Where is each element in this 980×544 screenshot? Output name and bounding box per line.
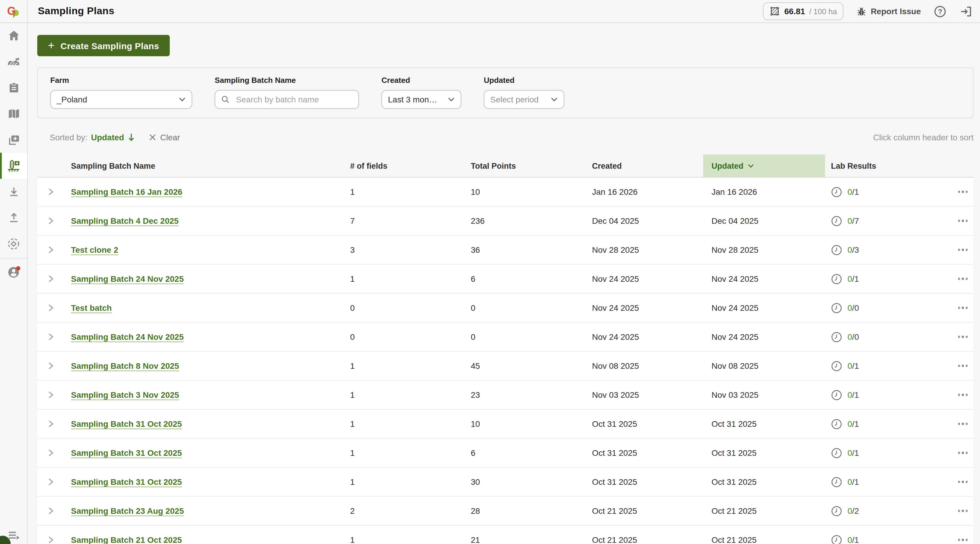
row-menu-button[interactable] <box>957 305 969 311</box>
chevron-right-icon <box>48 217 54 225</box>
total-points: 6 <box>471 448 592 458</box>
batch-name-link[interactable]: Sampling Batch 24 Nov 2025 <box>71 274 184 284</box>
updated-date: Jan 16 2026 <box>703 187 825 196</box>
app-logo[interactable]: G <box>0 0 28 22</box>
row-menu-button[interactable] <box>957 421 969 428</box>
row-menu-button[interactable] <box>957 276 969 282</box>
sidebar-item-settings-sync[interactable] <box>0 231 27 257</box>
created-select[interactable]: Last 3 mon… <box>382 90 461 109</box>
lab-results-cell: 0/1 <box>825 447 952 458</box>
column-header-lab-results[interactable]: Lab Results <box>825 161 952 170</box>
expand-row-button[interactable] <box>37 188 64 196</box>
fields-count: 1 <box>350 535 471 544</box>
expand-row-button[interactable] <box>37 449 64 457</box>
expand-row-button[interactable] <box>37 478 64 486</box>
batch-name-search[interactable] <box>215 90 359 109</box>
chevron-right-icon <box>48 362 54 370</box>
batch-name-label: Sampling Batch Name <box>215 76 359 85</box>
report-issue-button[interactable]: Report Issue <box>856 6 921 16</box>
row-menu-button[interactable] <box>957 333 969 340</box>
row-menu-button[interactable] <box>957 362 969 369</box>
sidebar-item-fields[interactable] <box>0 49 27 75</box>
topbar-actions: 66.81 / 100 ha Report Issue ? <box>763 2 980 20</box>
column-header-created[interactable]: Created <box>592 161 703 170</box>
total-points: 10 <box>471 187 592 196</box>
column-header-points[interactable]: Total Points <box>471 161 592 170</box>
batch-name-link[interactable]: Sampling Batch 21 Oct 2025 <box>71 535 182 544</box>
expand-row-button[interactable] <box>37 274 64 283</box>
logout-button[interactable] <box>959 5 972 18</box>
created-date: Nov 24 2025 <box>592 274 703 284</box>
create-sampling-plans-button[interactable]: + Create Sampling Plans <box>37 35 170 56</box>
sidebar-item-create-map[interactable] <box>0 127 27 153</box>
clock-icon <box>831 360 842 372</box>
column-header-batch-name[interactable]: Sampling Batch Name <box>64 161 350 170</box>
total-points: 6 <box>471 274 592 284</box>
sidebar-item-map[interactable] <box>0 101 27 127</box>
clear-sort-button[interactable]: Clear <box>149 132 180 142</box>
row-menu-button[interactable] <box>957 450 969 456</box>
clock-icon <box>831 418 842 429</box>
updated-date: Oct 31 2025 <box>703 448 825 458</box>
row-menu-button[interactable] <box>957 247 969 254</box>
batch-name-link[interactable]: Test batch <box>71 303 112 313</box>
expand-row-button[interactable] <box>37 536 64 544</box>
expand-row-button[interactable] <box>37 391 64 399</box>
batch-name-search-input[interactable] <box>235 94 353 105</box>
lab-results-cell: 0/1 <box>825 186 952 198</box>
expand-row-button[interactable] <box>37 507 64 515</box>
total-points: 23 <box>471 390 592 400</box>
expand-row-button[interactable] <box>37 333 64 341</box>
upload-icon <box>7 211 21 225</box>
expand-row-button[interactable] <box>37 362 64 370</box>
expand-row-button[interactable] <box>37 304 64 312</box>
row-menu-button[interactable] <box>957 507 969 514</box>
column-header-updated[interactable]: Updated <box>703 155 825 177</box>
row-menu-button[interactable] <box>957 217 969 224</box>
expand-row-button[interactable] <box>37 246 64 254</box>
chevron-right-icon <box>48 478 54 486</box>
chevron-right-icon <box>48 507 54 515</box>
clock-icon <box>831 476 842 488</box>
chevron-right-icon <box>48 536 54 544</box>
farm-select[interactable]: _Poland <box>50 90 192 109</box>
expand-row-button[interactable] <box>37 217 64 225</box>
batch-name-link[interactable]: Sampling Batch 31 Oct 2025 <box>71 419 182 429</box>
area-usage-badge[interactable]: 66.81 / 100 ha <box>763 2 843 20</box>
sidebar-item-home[interactable] <box>0 22 27 49</box>
row-menu-button[interactable] <box>957 188 969 195</box>
batch-name-link[interactable]: Sampling Batch 4 Dec 2025 <box>71 216 178 225</box>
batch-name-link[interactable]: Sampling Batch 31 Oct 2025 <box>71 477 182 487</box>
sidebar-item-upload[interactable] <box>0 205 27 231</box>
column-header-fields[interactable]: # of fields <box>350 161 471 170</box>
batch-name-link[interactable]: Sampling Batch 16 Jan 2026 <box>71 187 183 196</box>
batch-name-link[interactable]: Sampling Batch 8 Nov 2025 <box>71 361 179 370</box>
batch-name-link[interactable]: Sampling Batch 23 Aug 2025 <box>71 506 184 515</box>
row-menu-button[interactable] <box>957 392 969 398</box>
updated-date: Oct 21 2025 <box>703 535 825 544</box>
sidebar-item-soil-sampling[interactable] <box>0 153 27 179</box>
updated-select[interactable]: Select period <box>484 90 564 109</box>
batch-name-link[interactable]: Sampling Batch 3 Nov 2025 <box>71 390 179 400</box>
sorted-by-field[interactable]: Updated <box>91 132 124 142</box>
table-row: Sampling Batch 23 Aug 2025 2 28 Oct 21 2… <box>37 497 974 526</box>
chevron-right-icon <box>48 449 54 457</box>
table-row: Sampling Batch 21 Oct 2025 1 21 Oct 21 2… <box>37 526 974 544</box>
batch-name-link[interactable]: Sampling Batch 31 Oct 2025 <box>71 448 182 458</box>
batch-name-link[interactable]: Test clone 2 <box>71 245 118 255</box>
lab-results-value: 0/0 <box>848 332 859 341</box>
help-button[interactable]: ? <box>934 5 946 18</box>
download-icon <box>7 185 21 199</box>
area-hatch-icon <box>770 6 780 17</box>
row-menu-button[interactable] <box>957 537 969 543</box>
sidebar-item-account[interactable] <box>0 259 27 285</box>
sidebar-item-download[interactable] <box>0 179 27 205</box>
table-row: Sampling Batch 24 Nov 2025 1 6 Nov 24 20… <box>37 265 974 294</box>
row-menu-button[interactable] <box>957 479 969 485</box>
expand-row-button[interactable] <box>37 420 64 428</box>
lab-results-cell: 0/1 <box>825 273 952 284</box>
sidebar-item-tasks[interactable] <box>0 75 27 101</box>
notification-dot <box>16 266 20 270</box>
lab-results-cell: 0/1 <box>825 476 952 488</box>
batch-name-link[interactable]: Sampling Batch 24 Nov 2025 <box>71 332 184 341</box>
